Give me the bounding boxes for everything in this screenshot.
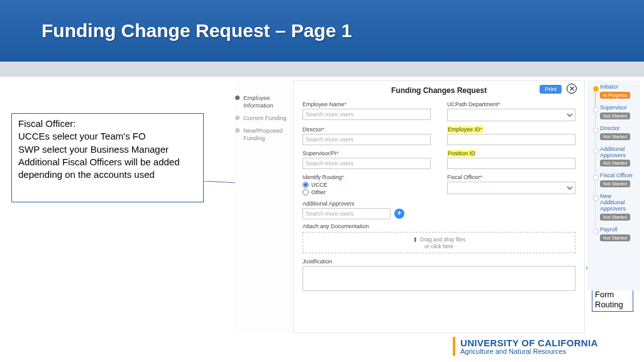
footer-line1: UNIVERSITY OF CALIFORNIA (460, 337, 598, 348)
nav-item-label: Employee Information (243, 94, 291, 109)
status-badge: Not Started (600, 160, 630, 167)
ucpath-department-select[interactable] (447, 109, 575, 121)
footer-logo: UNIVERSITY OF CALIFORNIA Agriculture and… (453, 337, 598, 356)
routing-step-additional-approvers: Additional Approvers Not Started (591, 146, 636, 167)
upload-icon: ⬆ (413, 236, 418, 243)
title-divider (0, 62, 644, 77)
additional-approvers-input[interactable] (303, 208, 391, 219)
routing-step-name: Supervisor (600, 105, 636, 111)
label-position-id: Position ID (447, 150, 575, 156)
nav-dot-icon (235, 96, 240, 100)
nav-item-new-proposed-funding[interactable]: New/Proposed Funding (235, 127, 291, 142)
justification-textarea[interactable] (303, 266, 575, 291)
label-justification: Justification (303, 258, 575, 265)
label-identify-routing: Identify Routing (303, 174, 431, 180)
employee-name-input[interactable] (303, 109, 431, 120)
status-badge: Not Started (600, 214, 630, 221)
routing-option-label: UCCE (311, 182, 328, 188)
employee-id-input[interactable] (447, 134, 575, 145)
routing-step-supervisor: Supervisor Not Started (591, 105, 636, 119)
routing-step-name: Additional Approvers (600, 146, 636, 159)
dropzone-line2: or click here (425, 243, 453, 250)
director-input[interactable] (303, 134, 431, 145)
status-badge: In Progress (600, 92, 630, 99)
routing-option-other[interactable]: Other (303, 189, 431, 195)
print-button[interactable]: Print (540, 85, 562, 94)
supervisor-pi-input[interactable] (303, 158, 431, 169)
form-body: Funding Changes Request Print ✕ Employee… (293, 80, 585, 333)
label-supervisor-pi: Supervisor/PI (303, 150, 431, 156)
dropzone-line1: Drag and drop files (420, 236, 465, 243)
label-employee-id: Employee ID (447, 126, 575, 133)
form-step-nav: Employee Information Current Funding New… (235, 94, 291, 146)
routing-step-name: Director (600, 126, 636, 132)
nav-dot-icon (235, 128, 240, 133)
routing-step-name: Initiator (600, 84, 636, 90)
footer-line2: Agriculture and Natural Resources (460, 348, 598, 355)
add-approver-button[interactable]: + (394, 209, 404, 219)
footer-accent-bar (453, 337, 455, 356)
form-screenshot: Employee Information Current Funding New… (235, 80, 585, 333)
routing-sidebar: Initiator In Progress Supervisor Not Sta… (587, 80, 640, 290)
identify-routing-group: UCCE Other (303, 182, 431, 195)
position-id-input[interactable] (447, 158, 575, 169)
close-icon[interactable]: ✕ (567, 84, 577, 94)
routing-option-label: Other (311, 189, 326, 195)
nav-dot-icon (235, 116, 240, 120)
routing-step-name: Payroll (600, 227, 636, 233)
status-badge: Not Started (600, 112, 630, 119)
nav-item-label: New/Proposed Funding (243, 127, 291, 142)
routing-radio-ucce[interactable] (303, 182, 309, 188)
annotation-form-routing: Form Routing (592, 288, 633, 312)
annotation-fiscal-officer: Fiscal Officer: UCCEs select your Team's… (11, 113, 204, 202)
nav-item-label: Current Funding (243, 114, 287, 122)
routing-step-name: Fiscal Officer (600, 173, 636, 179)
title-bar: Funding Change Request – Page 1 (0, 0, 644, 62)
status-badge: Not Started (600, 133, 630, 140)
fiscal-officer-select[interactable] (447, 182, 575, 194)
status-badge: Not Started (600, 234, 630, 241)
slide: Funding Change Request – Page 1 Fiscal O… (0, 0, 644, 362)
form-title: Funding Changes Request (391, 86, 487, 95)
form-header: Funding Changes Request Print ✕ (303, 86, 575, 95)
label-employee-name: Employee Name (303, 101, 431, 107)
nav-item-current-funding[interactable]: Current Funding (235, 114, 291, 122)
label-attach-documentation: Attach any Documentation (303, 223, 575, 229)
page-title: Funding Change Request – Page 1 (42, 20, 352, 41)
routing-step-director: Director Not Started (591, 126, 636, 140)
routing-step-initiator: Initiator In Progress (591, 84, 636, 99)
nav-item-employee-information[interactable]: Employee Information (235, 94, 291, 109)
routing-step-new-additional-approvers: New Additional Approvers Not Started (591, 194, 636, 221)
footer-text: UNIVERSITY OF CALIFORNIA Agriculture and… (460, 337, 598, 355)
attachment-dropzone[interactable]: ⬆Drag and drop files or click here (303, 232, 575, 253)
label-ucpath-department: UCPath Department (447, 101, 575, 107)
label-additional-approvers: Additional Approvers (303, 200, 575, 207)
label-director: Director (303, 126, 431, 133)
label-fiscal-officer: Fiscal Officer (447, 174, 575, 180)
routing-step-payroll: Payroll Not Started (591, 227, 636, 241)
routing-step-name: New Additional Approvers (600, 194, 636, 212)
routing-option-ucce[interactable]: UCCE (303, 182, 431, 188)
routing-radio-other[interactable] (303, 189, 309, 195)
status-badge: Not Started (600, 180, 630, 187)
routing-step-fiscal-officer: Fiscal Officer Not Started (591, 173, 636, 187)
